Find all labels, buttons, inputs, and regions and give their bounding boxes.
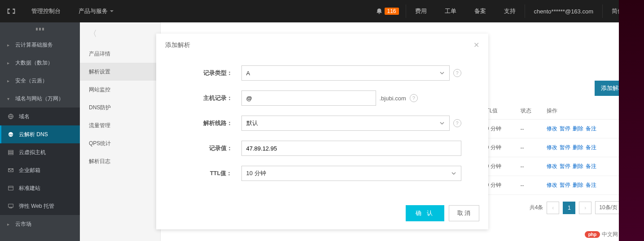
chevron-down-icon	[451, 171, 456, 176]
label-line: 解析线路：	[174, 119, 241, 127]
modal-overlay: 添加解析 ✕ 记录类型： A ? 主机记录： .bjubi.com	[0, 22, 644, 241]
watermark-badge: php	[585, 231, 600, 238]
logo-icon	[7, 8, 16, 15]
nav-support[interactable]: 支持	[495, 0, 525, 22]
nav-products-label: 产品与服务	[79, 7, 108, 15]
select-ttl[interactable]: 10 分钟	[241, 166, 461, 181]
nav-console[interactable]: 管理控制台	[22, 0, 70, 22]
help-icon[interactable]: ?	[410, 94, 418, 102]
chevron-down-icon	[439, 70, 445, 76]
nav-billing[interactable]: 费用	[406, 0, 436, 22]
label-value: 记录值：	[174, 144, 241, 152]
select-record-type[interactable]: A	[241, 65, 450, 81]
modal: 添加解析 ✕ 记录类型： A ? 主机记录： .bjubi.com	[156, 34, 488, 229]
label-ttl: TTL值：	[174, 169, 241, 177]
caret-down-icon	[110, 10, 114, 12]
cancel-button[interactable]: 取 消	[449, 205, 479, 221]
modal-title: 添加解析	[165, 41, 190, 49]
close-icon[interactable]: ✕	[473, 41, 479, 49]
notification-count: 116	[385, 8, 399, 15]
confirm-button[interactable]: 确 认	[406, 205, 444, 221]
label-record-type: 记录类型：	[174, 69, 241, 77]
domain-suffix: .bjubi.com	[380, 95, 406, 102]
help-icon[interactable]: ?	[453, 69, 461, 77]
nav-icp[interactable]: 备案	[465, 0, 495, 22]
top-header: 管理控制台 产品与服务 116 费用 工单 备案 支持 chento******…	[0, 0, 644, 22]
nav-tickets[interactable]: 工单	[436, 0, 465, 22]
input-value[interactable]	[241, 141, 461, 156]
label-host: 主机记录：	[174, 94, 241, 102]
watermark-text: 中文网	[602, 231, 618, 238]
input-host[interactable]	[241, 90, 376, 106]
help-icon[interactable]: ?	[453, 119, 461, 127]
nav-user[interactable]: chento******@163.com	[525, 0, 602, 22]
logo[interactable]	[0, 0, 22, 22]
watermark: php 中文网	[585, 231, 618, 238]
bell-icon	[376, 8, 382, 14]
select-line[interactable]: 默认	[241, 116, 450, 131]
nav-products[interactable]: 产品与服务	[70, 0, 123, 22]
chevron-down-icon	[439, 120, 445, 126]
notification-bell[interactable]: 116	[369, 8, 406, 15]
